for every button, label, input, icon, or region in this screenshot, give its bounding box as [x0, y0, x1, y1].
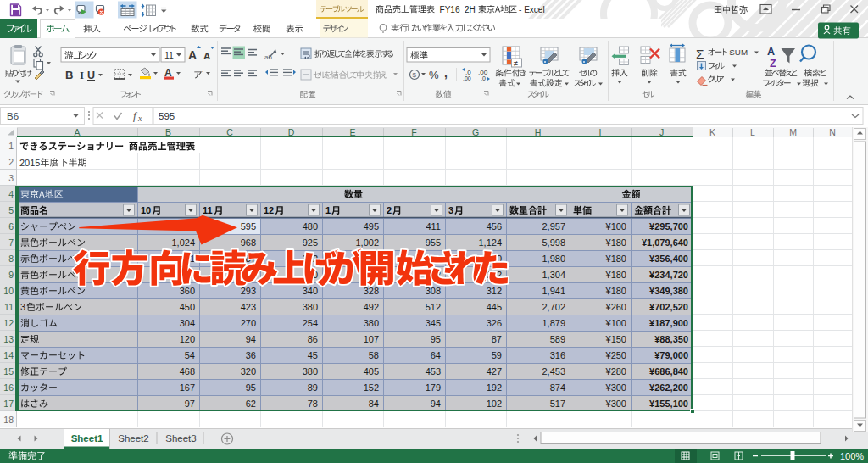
svg-text:45: 45	[308, 350, 318, 360]
svg-text:2,453: 2,453	[542, 366, 565, 377]
svg-text:1: 1	[8, 141, 14, 151]
svg-text:1,124: 1,124	[478, 237, 502, 248]
svg-text:¥702,520: ¥702,520	[649, 302, 688, 312]
svg-text:380: 380	[303, 366, 318, 377]
svg-text:62: 62	[246, 399, 256, 409]
svg-text:87: 87	[492, 334, 502, 344]
svg-text:304: 304	[180, 318, 195, 328]
svg-text:18: 18	[3, 415, 14, 425]
svg-text:¥180: ¥180	[605, 286, 626, 296]
svg-text:94: 94	[246, 334, 256, 344]
svg-text:6: 6	[8, 221, 14, 232]
svg-text:2: 2	[8, 157, 14, 167]
svg-text:¥180: ¥180	[605, 254, 626, 264]
svg-text:11: 11	[4, 302, 14, 312]
svg-text:97: 97	[185, 399, 195, 409]
svg-text:308: 308	[426, 286, 441, 296]
svg-text:11: 11	[203, 205, 213, 215]
svg-text:874: 874	[550, 382, 565, 393]
svg-text:95: 95	[246, 382, 256, 393]
svg-text:450: 450	[180, 302, 195, 312]
svg-text:¥686,840: ¥686,840	[649, 366, 688, 377]
svg-text:Sheet1: Sheet1	[71, 433, 103, 443]
svg-text:345: 345	[426, 318, 441, 328]
svg-text:¥180: ¥180	[605, 270, 626, 280]
svg-text:925: 925	[303, 237, 318, 248]
svg-text:78: 78	[308, 399, 318, 409]
svg-text:.0: .0	[481, 75, 486, 81]
svg-text:316: 316	[550, 350, 565, 360]
svg-text:380: 380	[303, 302, 318, 312]
svg-text:517: 517	[550, 399, 565, 409]
svg-text:84: 84	[369, 399, 379, 409]
svg-text:36: 36	[246, 350, 256, 360]
svg-text:¥260: ¥260	[605, 302, 626, 312]
svg-text:17: 17	[3, 399, 14, 409]
svg-text:M: M	[789, 127, 797, 137]
svg-text:167: 167	[180, 382, 195, 393]
svg-text:12: 12	[264, 205, 274, 215]
svg-text:14: 14	[3, 350, 14, 360]
svg-text:¥300: ¥300	[605, 382, 626, 393]
svg-text:SUM: SUM	[729, 47, 748, 57]
svg-text:¥300: ¥300	[605, 399, 626, 409]
svg-text:152: 152	[364, 382, 379, 393]
svg-text:ab: ab	[264, 53, 272, 61]
svg-text:5: 5	[8, 205, 14, 215]
svg-text:Sheet3: Sheet3	[165, 433, 196, 443]
svg-text:102: 102	[487, 399, 502, 409]
svg-text:86: 86	[308, 334, 318, 344]
svg-text:1,002: 1,002	[355, 237, 379, 248]
svg-text:1,879: 1,879	[542, 318, 565, 328]
svg-text:B6: B6	[7, 111, 19, 121]
svg-text:$: $	[413, 71, 417, 79]
svg-text:7: 7	[8, 237, 14, 248]
svg-text:¥150: ¥150	[605, 334, 626, 344]
svg-text:¥349,380: ¥349,380	[649, 286, 688, 296]
svg-text:x: x	[137, 114, 142, 123]
svg-text:192: 192	[487, 382, 502, 393]
svg-text:254: 254	[303, 318, 318, 328]
svg-text:16: 16	[3, 382, 14, 393]
svg-text:328: 328	[364, 286, 379, 296]
svg-text:11: 11	[164, 50, 174, 60]
svg-text:¥100: ¥100	[605, 318, 626, 328]
svg-text:A: A	[188, 48, 197, 62]
svg-text:468: 468	[180, 366, 195, 377]
svg-text:%: %	[429, 69, 439, 81]
svg-text:2: 2	[387, 205, 392, 215]
svg-text:9: 9	[8, 270, 14, 280]
svg-text:120: 120	[180, 334, 195, 344]
svg-text:2,702: 2,702	[542, 302, 565, 312]
svg-text:3: 3	[20, 302, 25, 312]
svg-text:2,957: 2,957	[542, 221, 565, 232]
svg-text:¥250: ¥250	[605, 350, 626, 360]
svg-text:10: 10	[3, 286, 14, 296]
svg-text:..: ..	[200, 67, 203, 73]
svg-text:589: 589	[550, 334, 565, 344]
svg-text:512: 512	[426, 302, 441, 312]
svg-text:Z: Z	[770, 58, 776, 70]
svg-text:Σ: Σ	[696, 47, 704, 61]
svg-text:492: 492	[364, 302, 379, 312]
svg-text:595: 595	[159, 111, 175, 121]
svg-text:¥155,100: ¥155,100	[649, 399, 688, 409]
svg-text:100%: 100%	[840, 451, 864, 461]
svg-text:12: 12	[3, 318, 14, 328]
svg-text:95: 95	[431, 334, 441, 344]
svg-text:A: A	[203, 51, 210, 61]
svg-text:495: 495	[364, 221, 379, 232]
svg-text:360: 360	[180, 286, 195, 296]
svg-text:1,980: 1,980	[542, 254, 565, 264]
svg-text:Sheet2: Sheet2	[118, 433, 148, 443]
svg-text:¥1,079,640: ¥1,079,640	[642, 237, 688, 248]
svg-text:445: 445	[487, 302, 502, 312]
svg-text:¥100: ¥100	[605, 221, 626, 232]
svg-text:270: 270	[241, 318, 256, 328]
svg-text:595: 595	[241, 221, 256, 232]
svg-text:340: 340	[303, 286, 318, 296]
svg-text:405: 405	[364, 366, 379, 377]
svg-text:_FY16_2H_: _FY16_2H_	[434, 5, 481, 14]
svg-text:480: 480	[303, 221, 318, 232]
svg-text:15: 15	[3, 366, 14, 377]
